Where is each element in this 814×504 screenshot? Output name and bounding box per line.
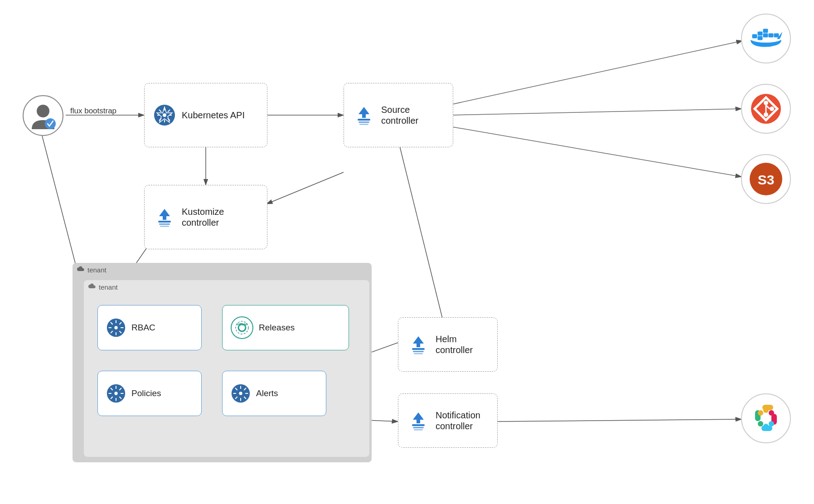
source-controller-label: Sourcecontroller [381, 104, 418, 126]
svg-point-103 [769, 421, 774, 426]
cloud-icon-inner [88, 283, 97, 291]
svg-point-18 [163, 113, 166, 117]
svg-line-8 [452, 127, 741, 177]
svg-rect-83 [774, 34, 779, 37]
notification-controller-label: Notificationcontroller [436, 410, 480, 431]
slack-circle [741, 393, 791, 443]
svg-rect-29 [359, 121, 369, 123]
flux-bootstrap-label: flux bootstrap [70, 107, 116, 116]
svg-point-100 [758, 410, 763, 416]
flux-source-icon [353, 104, 375, 126]
kustomize-controller-node: Kustomizecontroller [144, 185, 267, 249]
svg-point-93 [755, 416, 761, 421]
svg-rect-36 [412, 348, 425, 350]
svg-marker-35 [413, 336, 424, 347]
kubernetes-api-label: Kubernetes API [182, 110, 245, 121]
svg-point-86 [770, 107, 774, 111]
kubernetes-icon [154, 104, 175, 126]
helm-controller-node: Helmcontroller [398, 317, 498, 372]
svg-point-68 [239, 392, 242, 395]
svg-marker-27 [359, 107, 369, 118]
svg-marker-39 [413, 412, 424, 423]
svg-point-58 [114, 392, 117, 395]
svg-point-16 [45, 118, 56, 129]
flux-kustomize-icon [154, 206, 175, 228]
svg-line-7 [452, 109, 741, 115]
helm-controller-label: Helmcontroller [436, 334, 473, 355]
tenant-inner-panel: tenant RBAC [84, 280, 369, 457]
svg-point-53 [231, 317, 253, 339]
svg-rect-33 [159, 223, 170, 225]
git-icon [750, 93, 782, 125]
svg-line-5 [266, 172, 344, 204]
svg-point-102 [758, 421, 763, 426]
svg-marker-31 [159, 209, 170, 220]
alerts-box: Alerts [222, 371, 326, 416]
releases-label: Releases [259, 323, 295, 333]
svg-point-85 [764, 101, 768, 105]
svg-line-14 [498, 419, 741, 422]
git-circle [741, 84, 791, 134]
svg-point-87 [764, 112, 768, 117]
svg-rect-80 [763, 29, 768, 33]
s3-icon: S3 [749, 162, 783, 196]
svg-point-101 [769, 410, 774, 416]
kubernetes-api-node: Kubernetes API [144, 83, 267, 147]
user-node [23, 95, 63, 136]
svg-rect-30 [359, 124, 368, 125]
rbac-k8s-icon [106, 318, 126, 338]
svg-text:S3: S3 [758, 172, 775, 187]
cloud-icon-outer [77, 266, 85, 274]
docker-icon [749, 25, 783, 52]
svg-rect-42 [414, 429, 423, 431]
releases-box: HELM Releases [222, 305, 349, 350]
slack-icon [749, 401, 783, 436]
tenant-inner-label: tenant [84, 280, 369, 294]
svg-point-95 [763, 407, 769, 413]
svg-rect-81 [763, 34, 768, 37]
svg-rect-37 [413, 351, 424, 352]
svg-point-15 [37, 105, 49, 117]
rbac-box: RBAC [97, 305, 202, 350]
diagram: flux bootstrap Kubernetes API Sourc [0, 0, 814, 504]
svg-line-6 [452, 41, 742, 104]
svg-rect-34 [160, 226, 169, 227]
svg-rect-79 [758, 36, 762, 40]
svg-rect-77 [752, 34, 757, 38]
svg-rect-41 [413, 427, 424, 428]
svg-point-97 [763, 424, 769, 429]
tenant-outer-label: Docker tenant [73, 263, 372, 276]
svg-line-9 [399, 143, 444, 325]
svg-rect-78 [758, 32, 762, 35]
svg-rect-32 [158, 221, 171, 223]
svg-point-44 [114, 326, 117, 329]
docker-circle [741, 14, 791, 63]
svg-rect-38 [414, 353, 423, 354]
alerts-label: Alerts [256, 388, 278, 398]
flux-helm-icon [407, 334, 429, 355]
svg-point-99 [771, 416, 777, 421]
notification-controller-node: Notificationcontroller [398, 393, 498, 448]
policies-box: Policies [97, 371, 202, 416]
svg-rect-82 [769, 34, 773, 37]
alerts-k8s-icon [231, 383, 251, 403]
rbac-label: RBAC [131, 323, 155, 333]
helm-icon: HELM [231, 316, 253, 339]
policies-k8s-icon [106, 383, 126, 403]
policies-label: Policies [131, 388, 161, 398]
svg-rect-40 [412, 424, 425, 426]
source-controller-node: Sourcecontroller [344, 83, 453, 147]
flux-notification-icon [407, 410, 429, 431]
s3-circle: S3 [741, 154, 791, 204]
user-icon [29, 101, 57, 131]
svg-rect-28 [358, 119, 370, 121]
kustomize-controller-label: Kustomizecontroller [182, 206, 224, 228]
